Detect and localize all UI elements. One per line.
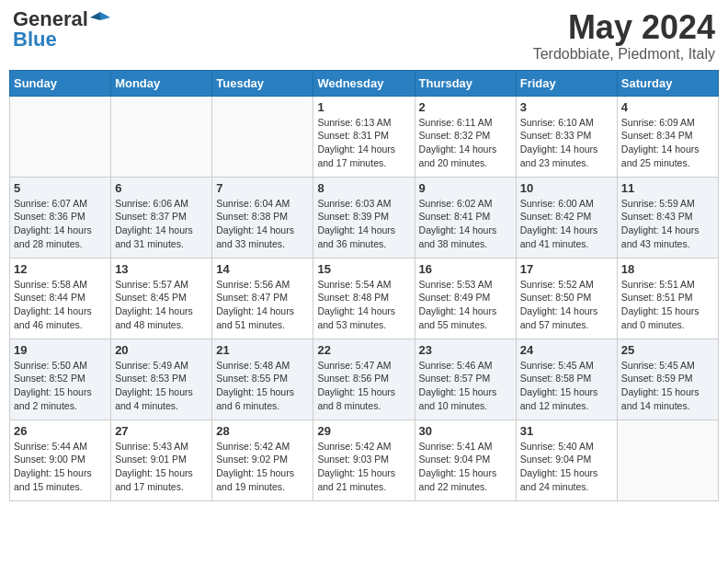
calendar-cell: 29Sunrise: 5:42 AM Sunset: 9:03 PM Dayli… [313,419,415,500]
day-number: 29 [317,424,410,438]
svg-marker-1 [90,12,100,20]
cell-info: Sunrise: 6:09 AM Sunset: 8:34 PM Dayligh… [621,116,714,170]
cell-info: Sunrise: 6:04 AM Sunset: 8:38 PM Dayligh… [216,197,309,251]
calendar-week-row: 5Sunrise: 6:07 AM Sunset: 8:36 PM Daylig… [10,177,719,258]
cell-info: Sunrise: 5:47 AM Sunset: 8:56 PM Dayligh… [317,359,410,413]
logo-bird-icon [90,8,110,29]
cell-info: Sunrise: 6:03 AM Sunset: 8:39 PM Dayligh… [317,197,410,251]
calendar-cell [10,96,111,177]
location-subtitle: Terdobbiate, Piedmont, Italy [533,46,715,63]
day-number: 21 [216,343,309,357]
day-number: 30 [419,424,512,438]
weekday-header: Tuesday [212,70,313,96]
cell-info: Sunrise: 6:00 AM Sunset: 8:42 PM Dayligh… [520,197,613,251]
cell-info: Sunrise: 6:07 AM Sunset: 8:36 PM Dayligh… [14,197,107,251]
day-number: 3 [520,100,613,114]
cell-info: Sunrise: 5:59 AM Sunset: 8:43 PM Dayligh… [621,197,714,251]
day-number: 18 [621,262,714,276]
calendar-cell: 13Sunrise: 5:57 AM Sunset: 8:45 PM Dayli… [111,258,212,339]
calendar-cell: 7Sunrise: 6:04 AM Sunset: 8:38 PM Daylig… [212,177,313,258]
calendar-cell: 5Sunrise: 6:07 AM Sunset: 8:36 PM Daylig… [10,177,111,258]
calendar-cell [212,96,313,177]
calendar-week-row: 26Sunrise: 5:44 AM Sunset: 9:00 PM Dayli… [10,419,719,500]
cell-info: Sunrise: 5:48 AM Sunset: 8:55 PM Dayligh… [216,359,309,413]
calendar-cell: 22Sunrise: 5:47 AM Sunset: 8:56 PM Dayli… [313,339,415,419]
calendar-cell: 12Sunrise: 5:58 AM Sunset: 8:44 PM Dayli… [10,258,111,339]
svg-marker-0 [100,12,110,20]
day-number: 2 [419,100,512,114]
calendar-cell: 1Sunrise: 6:13 AM Sunset: 8:31 PM Daylig… [313,96,415,177]
day-number: 25 [621,343,714,357]
calendar-cell: 9Sunrise: 6:02 AM Sunset: 8:41 PM Daylig… [415,177,516,258]
cell-info: Sunrise: 5:58 AM Sunset: 8:44 PM Dayligh… [14,278,107,332]
cell-info: Sunrise: 6:10 AM Sunset: 8:33 PM Dayligh… [520,116,613,170]
day-number: 26 [14,424,107,438]
calendar-cell: 3Sunrise: 6:10 AM Sunset: 8:33 PM Daylig… [516,96,617,177]
cell-info: Sunrise: 5:50 AM Sunset: 8:52 PM Dayligh… [14,359,107,413]
calendar-cell: 28Sunrise: 5:42 AM Sunset: 9:02 PM Dayli… [212,419,313,500]
calendar-cell: 4Sunrise: 6:09 AM Sunset: 8:34 PM Daylig… [617,96,718,177]
day-number: 8 [317,181,410,195]
calendar-cell: 24Sunrise: 5:45 AM Sunset: 8:58 PM Dayli… [516,339,617,419]
cell-info: Sunrise: 6:11 AM Sunset: 8:32 PM Dayligh… [419,116,512,170]
day-number: 7 [216,181,309,195]
day-number: 9 [419,181,512,195]
weekday-header: Thursday [415,70,516,96]
day-number: 28 [216,424,309,438]
calendar-cell: 21Sunrise: 5:48 AM Sunset: 8:55 PM Dayli… [212,339,313,419]
calendar-cell: 15Sunrise: 5:54 AM Sunset: 8:48 PM Dayli… [313,258,415,339]
calendar-cell: 31Sunrise: 5:40 AM Sunset: 9:04 PM Dayli… [516,419,617,500]
day-number: 24 [520,343,613,357]
cell-info: Sunrise: 5:44 AM Sunset: 9:00 PM Dayligh… [14,440,107,494]
calendar-cell: 30Sunrise: 5:41 AM Sunset: 9:04 PM Dayli… [415,419,516,500]
weekday-header: Sunday [10,70,111,96]
cell-info: Sunrise: 6:13 AM Sunset: 8:31 PM Dayligh… [317,116,410,170]
calendar-cell: 26Sunrise: 5:44 AM Sunset: 9:00 PM Dayli… [10,419,111,500]
calendar-cell: 14Sunrise: 5:56 AM Sunset: 8:47 PM Dayli… [212,258,313,339]
day-number: 31 [520,424,613,438]
calendar-cell: 6Sunrise: 6:06 AM Sunset: 8:37 PM Daylig… [111,177,212,258]
calendar-cell: 23Sunrise: 5:46 AM Sunset: 8:57 PM Dayli… [415,339,516,419]
cell-info: Sunrise: 5:49 AM Sunset: 8:53 PM Dayligh… [115,359,208,413]
cell-info: Sunrise: 5:42 AM Sunset: 9:02 PM Dayligh… [216,440,309,494]
day-number: 23 [419,343,512,357]
calendar-week-row: 12Sunrise: 5:58 AM Sunset: 8:44 PM Dayli… [10,258,719,339]
month-year-title: May 2024 [533,9,715,46]
cell-info: Sunrise: 5:43 AM Sunset: 9:01 PM Dayligh… [115,440,208,494]
weekday-header: Saturday [617,70,718,96]
calendar-header-row: SundayMondayTuesdayWednesdayThursdayFrid… [10,70,719,96]
day-number: 10 [520,181,613,195]
weekday-header: Wednesday [313,70,415,96]
cell-info: Sunrise: 5:41 AM Sunset: 9:04 PM Dayligh… [419,440,512,494]
cell-info: Sunrise: 5:45 AM Sunset: 8:59 PM Dayligh… [621,359,714,413]
cell-info: Sunrise: 6:02 AM Sunset: 8:41 PM Dayligh… [419,197,512,251]
cell-info: Sunrise: 5:57 AM Sunset: 8:45 PM Dayligh… [115,278,208,332]
day-number: 14 [216,262,309,276]
calendar-cell: 17Sunrise: 5:52 AM Sunset: 8:50 PM Dayli… [516,258,617,339]
page-header: General Blue May 2024 Terdobbiate, Piedm… [9,9,719,63]
cell-info: Sunrise: 5:51 AM Sunset: 8:51 PM Dayligh… [621,278,714,332]
weekday-header: Monday [111,70,212,96]
cell-info: Sunrise: 6:06 AM Sunset: 8:37 PM Dayligh… [115,197,208,251]
day-number: 11 [621,181,714,195]
logo-general-text: General [13,9,88,29]
day-number: 19 [14,343,107,357]
calendar-cell: 10Sunrise: 6:00 AM Sunset: 8:42 PM Dayli… [516,177,617,258]
day-number: 22 [317,343,410,357]
cell-info: Sunrise: 5:42 AM Sunset: 9:03 PM Dayligh… [317,440,410,494]
calendar-cell: 16Sunrise: 5:53 AM Sunset: 8:49 PM Dayli… [415,258,516,339]
cell-info: Sunrise: 5:45 AM Sunset: 8:58 PM Dayligh… [520,359,613,413]
day-number: 12 [14,262,107,276]
cell-info: Sunrise: 5:56 AM Sunset: 8:47 PM Dayligh… [216,278,309,332]
calendar-cell [617,419,718,500]
cell-info: Sunrise: 5:46 AM Sunset: 8:57 PM Dayligh… [419,359,512,413]
calendar-cell: 25Sunrise: 5:45 AM Sunset: 8:59 PM Dayli… [617,339,718,419]
calendar-cell: 8Sunrise: 6:03 AM Sunset: 8:39 PM Daylig… [313,177,415,258]
day-number: 20 [115,343,208,357]
calendar-cell: 20Sunrise: 5:49 AM Sunset: 8:53 PM Dayli… [111,339,212,419]
day-number: 4 [621,100,714,114]
day-number: 5 [14,181,107,195]
day-number: 17 [520,262,613,276]
day-number: 13 [115,262,208,276]
cell-info: Sunrise: 5:40 AM Sunset: 9:04 PM Dayligh… [520,440,613,494]
